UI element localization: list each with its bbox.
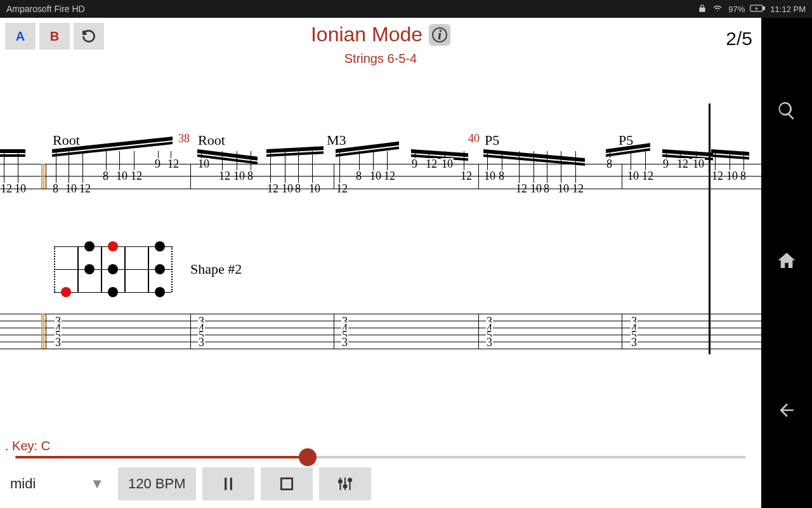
root-note-dot <box>108 241 118 251</box>
measure-number: 38 <box>178 132 190 145</box>
clock-time: 11:12 PM <box>770 4 806 14</box>
lock-icon <box>698 4 707 15</box>
nav-sidebar <box>761 18 812 508</box>
battery-icon <box>750 4 765 15</box>
svg-rect-1 <box>763 6 764 10</box>
scale-note-dot <box>108 287 118 297</box>
chord-fret-number: 3 <box>486 337 493 348</box>
battery-percent: 97% <box>728 4 745 14</box>
mixer-button[interactable] <box>319 467 371 500</box>
lesson-subtitle: Strings 6-5-4 <box>0 51 761 66</box>
scale-note-dot <box>108 264 118 274</box>
bpm-button[interactable]: 120 BPM <box>118 467 196 500</box>
chord-fret-number: 3 <box>55 337 62 348</box>
chord-fret-number: 3 <box>631 337 638 348</box>
measure-number: 40 <box>468 132 480 145</box>
svg-rect-11 <box>348 479 351 481</box>
interval-label: M3 <box>327 132 346 149</box>
scale-note-dot <box>84 241 95 251</box>
loop-a-button[interactable]: A <box>5 23 36 50</box>
scale-note-dot <box>155 287 165 297</box>
stop-button[interactable] <box>261 467 313 500</box>
wifi-icon <box>712 4 723 15</box>
svg-rect-5 <box>281 478 292 489</box>
status-bar: Amparosoft Fire HD 97% 11:12 PM <box>0 0 812 18</box>
interval-label: P5 <box>485 132 499 149</box>
page-indicator: 2/5 <box>726 28 752 50</box>
main-content: A B Ionian Mode i Strings 6-5-4 2/5 Root… <box>0 18 761 508</box>
lesson-title-row: Ionian Mode i <box>311 23 450 46</box>
pause-button[interactable] <box>202 467 254 500</box>
home-button[interactable] <box>776 250 797 273</box>
scale-note-dot <box>155 241 165 251</box>
chevron-down-icon: ▼ <box>90 476 104 492</box>
lesson-title: Ionian Mode <box>311 23 422 46</box>
root-note-dot <box>61 287 71 297</box>
fretboard-diagram <box>54 246 171 292</box>
loop-b-button[interactable]: B <box>39 23 70 50</box>
accomp-tab-staff[interactable]: 34533453345334533453 <box>0 304 761 353</box>
back-button[interactable] <box>776 400 797 423</box>
chord-fret-number: 3 <box>341 337 348 348</box>
key-label: . Key: C <box>5 439 754 453</box>
interval-label: Root <box>198 132 225 149</box>
audio-mode-dropdown[interactable]: midi ▼ <box>4 469 112 499</box>
tempo-slider[interactable] <box>15 456 746 458</box>
audio-mode-value: midi <box>10 476 36 492</box>
shape-diagram-area: Shape #2 <box>54 246 242 292</box>
shape-label: Shape #2 <box>190 261 242 277</box>
svg-rect-10 <box>343 485 346 487</box>
info-button[interactable]: i <box>429 24 450 46</box>
device-title: Amparosoft Fire HD <box>6 4 698 14</box>
chord-fret-number: 3 <box>198 337 205 348</box>
search-button[interactable] <box>776 100 797 123</box>
reset-button[interactable] <box>74 23 104 50</box>
lead-tab-staff[interactable]: 9121091210891210810121210881012121081012… <box>0 151 761 201</box>
scale-note-dot <box>84 264 95 274</box>
status-icons: 97% 11:12 PM <box>698 4 806 15</box>
svg-rect-9 <box>339 481 341 483</box>
scale-note-dot <box>155 264 165 274</box>
